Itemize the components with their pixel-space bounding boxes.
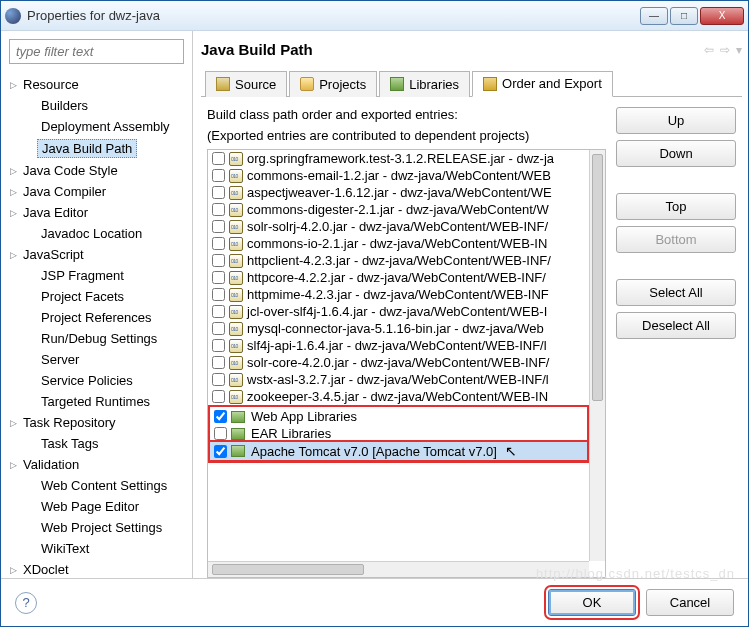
entry-label: EAR Libraries — [251, 426, 331, 441]
nav-item[interactable]: Deployment Assembly — [1, 116, 192, 137]
nav-item[interactable]: ▷Java Compiler — [1, 181, 192, 202]
entry-checkbox[interactable] — [212, 186, 225, 199]
vertical-scrollbar[interactable] — [589, 150, 605, 561]
nav-item[interactable]: Web Project Settings — [1, 517, 192, 538]
entry-label: httpcore-4.2.2.jar - dwz-java/WebContent… — [247, 270, 546, 285]
entry-row[interactable]: solr-core-4.2.0.jar - dwz-java/WebConten… — [208, 354, 589, 371]
entry-checkbox[interactable] — [212, 152, 225, 165]
entry-row[interactable]: jcl-over-slf4j-1.6.4.jar - dwz-java/WebC… — [208, 303, 589, 320]
entry-row[interactable]: mysql-connector-java-5.1.16-bin.jar - dw… — [208, 320, 589, 337]
entry-row[interactable]: commons-email-1.2.jar - dwz-java/WebCont… — [208, 167, 589, 184]
expand-icon[interactable]: ▷ — [7, 187, 19, 197]
entry-checkbox[interactable] — [214, 427, 227, 440]
menu-icon[interactable]: ▾ — [736, 43, 742, 57]
nav-item[interactable]: Web Content Settings — [1, 475, 192, 496]
entry-row[interactable]: commons-digester-2.1.jar - dwz-java/WebC… — [208, 201, 589, 218]
nav-item[interactable]: Javadoc Location — [1, 223, 192, 244]
horizontal-scrollbar[interactable] — [208, 561, 589, 577]
nav-item[interactable]: JSP Fragment — [1, 265, 192, 286]
entry-checkbox[interactable] — [212, 305, 225, 318]
nav-item[interactable]: ▷Validation — [1, 454, 192, 475]
entry-row[interactable]: zookeeper-3.4.5.jar - dwz-java/WebConten… — [208, 388, 589, 405]
entry-checkbox[interactable] — [212, 373, 225, 386]
entry-row[interactable]: wstx-asl-3.2.7.jar - dwz-java/WebContent… — [208, 371, 589, 388]
entry-checkbox[interactable] — [212, 169, 225, 182]
entry-checkbox[interactable] — [212, 339, 225, 352]
library-icon — [231, 445, 245, 457]
entry-row[interactable]: solr-solrj-4.2.0.jar - dwz-java/WebConte… — [208, 218, 589, 235]
entry-row[interactable]: httpmime-4.2.3.jar - dwz-java/WebContent… — [208, 286, 589, 303]
nav-item[interactable]: Server — [1, 349, 192, 370]
entry-row[interactable]: commons-io-2.1.jar - dwz-java/WebContent… — [208, 235, 589, 252]
window-titlebar: Properties for dwz-java — □ X — [1, 1, 748, 31]
entry-checkbox[interactable] — [212, 322, 225, 335]
nav-item[interactable]: Project References — [1, 307, 192, 328]
nav-item[interactable]: Run/Debug Settings — [1, 328, 192, 349]
entry-row[interactable]: httpclient-4.2.3.jar - dwz-java/WebConte… — [208, 252, 589, 269]
entries-list[interactable]: org.springframework.test-3.1.2.RELEASE.j… — [207, 149, 606, 578]
nav-item[interactable]: Web Page Editor — [1, 496, 192, 517]
entry-checkbox[interactable] — [212, 390, 225, 403]
tab-order-and-export[interactable]: Order and Export — [472, 71, 613, 97]
nav-item[interactable]: ▷Java Code Style — [1, 160, 192, 181]
nav-item[interactable]: ▷Resource — [1, 74, 192, 95]
order-icon — [483, 77, 497, 91]
expand-icon[interactable]: ▷ — [7, 565, 19, 575]
expand-icon[interactable]: ▷ — [7, 250, 19, 260]
filter-input[interactable] — [9, 39, 184, 64]
entry-checkbox[interactable] — [212, 288, 225, 301]
entry-row[interactable]: httpcore-4.2.2.jar - dwz-java/WebContent… — [208, 269, 589, 286]
entry-row[interactable]: Apache Tomcat v7.0 [Apache Tomcat v7.0]↖ — [210, 442, 587, 460]
entry-checkbox[interactable] — [212, 237, 225, 250]
nav-item[interactable]: Targeted Runtimes — [1, 391, 192, 412]
entry-row[interactable]: Web App Libraries — [210, 408, 587, 425]
maximize-button[interactable]: □ — [670, 7, 698, 25]
nav-item[interactable]: Java Build Path — [1, 137, 192, 160]
entry-checkbox[interactable] — [212, 254, 225, 267]
cancel-button[interactable]: Cancel — [646, 589, 734, 616]
expand-icon[interactable]: ▷ — [7, 166, 19, 176]
nav-item[interactable]: ▷JavaScript — [1, 244, 192, 265]
entry-checkbox[interactable] — [212, 356, 225, 369]
nav-item[interactable]: WikiText — [1, 538, 192, 559]
expand-icon[interactable]: ▷ — [7, 418, 19, 428]
up-button[interactable]: Up — [616, 107, 736, 134]
entry-checkbox[interactable] — [212, 220, 225, 233]
select-all-button[interactable]: Select All — [616, 279, 736, 306]
entry-checkbox[interactable] — [214, 445, 227, 458]
expand-icon[interactable]: ▷ — [7, 460, 19, 470]
nav-item[interactable]: Task Tags — [1, 433, 192, 454]
ok-button[interactable]: OK — [548, 589, 636, 616]
entry-row[interactable]: aspectjweaver-1.6.12.jar - dwz-java/WebC… — [208, 184, 589, 201]
expand-icon[interactable]: ▷ — [7, 208, 19, 218]
tab-projects[interactable]: Projects — [289, 71, 377, 97]
jar-icon — [229, 305, 243, 319]
down-button[interactable]: Down — [616, 140, 736, 167]
nav-item[interactable]: ▷XDoclet — [1, 559, 192, 578]
nav-item[interactable]: ▷Task Repository — [1, 412, 192, 433]
bottom-button[interactable]: Bottom — [616, 226, 736, 253]
entry-row[interactable]: slf4j-api-1.6.4.jar - dwz-java/WebConten… — [208, 337, 589, 354]
tab-label: Order and Export — [502, 76, 602, 91]
entry-checkbox[interactable] — [212, 271, 225, 284]
help-icon[interactable]: ? — [15, 592, 37, 614]
nav-item[interactable]: Builders — [1, 95, 192, 116]
tab-source[interactable]: Source — [205, 71, 287, 97]
nav-tree[interactable]: ▷ResourceBuildersDeployment AssemblyJava… — [1, 72, 192, 578]
entry-row[interactable]: EAR Libraries — [210, 425, 587, 442]
entry-checkbox[interactable] — [214, 410, 227, 423]
entry-label: org.springframework.test-3.1.2.RELEASE.j… — [247, 151, 554, 166]
expand-icon[interactable]: ▷ — [7, 80, 19, 90]
minimize-button[interactable]: — — [640, 7, 668, 25]
deselect-all-button[interactable]: Deselect All — [616, 312, 736, 339]
close-button[interactable]: X — [700, 7, 744, 25]
entry-checkbox[interactable] — [212, 203, 225, 216]
entry-row[interactable]: org.springframework.test-3.1.2.RELEASE.j… — [208, 150, 589, 167]
nav-item[interactable]: Project Facets — [1, 286, 192, 307]
nav-item[interactable]: Service Policies — [1, 370, 192, 391]
top-button[interactable]: Top — [616, 193, 736, 220]
tab-libraries[interactable]: Libraries — [379, 71, 470, 97]
back-icon[interactable]: ⇦ — [704, 43, 714, 57]
nav-item[interactable]: ▷Java Editor — [1, 202, 192, 223]
forward-icon[interactable]: ⇨ — [720, 43, 730, 57]
